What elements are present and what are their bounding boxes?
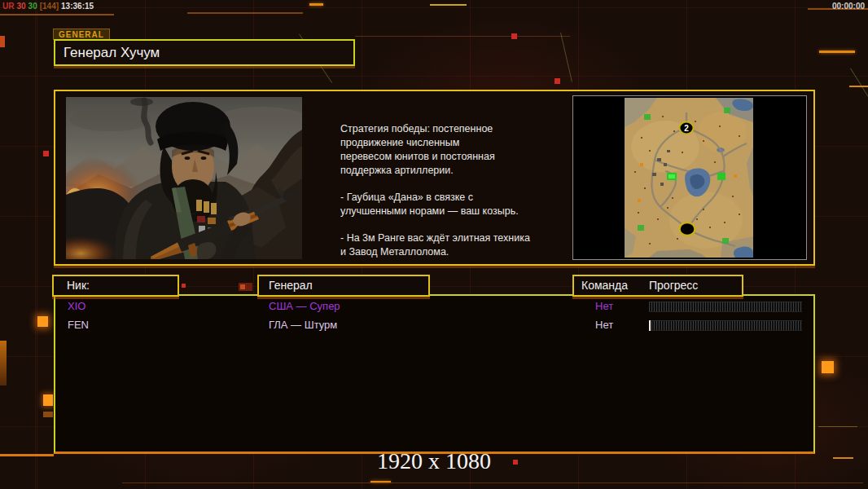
decor-line — [370, 481, 391, 482]
debug-stats: UR3030[144]13:36:15 — [2, 2, 96, 11]
decor-line — [819, 51, 855, 53]
decor-edge-bar — [0, 341, 7, 385]
general-portrait — [66, 97, 302, 259]
player-general: ГЛА — Штурм — [269, 319, 337, 331]
decor-line — [187, 12, 303, 14]
decor-line — [818, 426, 857, 427]
svg-text:2: 2 — [684, 124, 689, 133]
progress-bar — [649, 320, 802, 331]
debug-clock: 13:36:15 — [61, 2, 94, 11]
player-nick: FEN — [68, 319, 89, 331]
player-general: США — Супер — [269, 300, 340, 312]
header-nick-label: Ник: — [67, 276, 90, 295]
header-general-label: Генерал — [269, 276, 313, 295]
briefing-paragraph: - Гаубица «Дана» в связке с улучшенными … — [340, 191, 578, 218]
decor-line — [309, 3, 323, 6]
decor-line — [430, 4, 467, 6]
progress-bar — [649, 302, 802, 312]
decor-glow-square — [43, 394, 53, 406]
map-marker-bottom-icon — [680, 222, 695, 236]
header-nick: Ник: — [52, 275, 179, 297]
header-progress-label: Прогресс — [649, 276, 698, 295]
decor-square — [43, 412, 53, 417]
decor-edge-bar — [0, 36, 5, 47]
players-panel: XIO США — Супер Нет FEN ГЛА — Штурм Нет — [54, 294, 815, 454]
decor-square — [240, 284, 245, 289]
loading-screen: UR3030[144]13:36:15 00:00:00 GENERAL Ген… — [0, 0, 868, 489]
header-team-progress: Команда Прогресс — [572, 275, 743, 297]
header-team-label: Команда — [581, 276, 628, 295]
decor-line — [849, 86, 868, 87]
decor-diagonal — [850, 68, 868, 97]
minimap: 2 — [625, 98, 753, 258]
decor-glow-square — [37, 316, 48, 327]
briefing-paragraph: Стратегия победы: постепенное продвижени… — [340, 122, 578, 178]
player-team: Нет — [595, 300, 613, 312]
player-row: XIO США — Супер Нет — [55, 300, 813, 313]
decor-line — [355, 36, 570, 37]
briefing-panel: Стратегия победы: постепенное продвижени… — [54, 90, 815, 266]
briefing-text: Стратегия победы: постепенное продвижени… — [340, 122, 578, 272]
decor-square — [555, 78, 560, 84]
header-general: Генерал — [257, 275, 430, 297]
decor-line — [0, 14, 114, 15]
decor-diagonal — [560, 33, 572, 82]
decor-square — [43, 151, 49, 156]
match-timer: 00:00:00 — [832, 2, 865, 11]
resolution-label: 1920 x 1080 — [0, 448, 868, 474]
portrait-image — [66, 97, 302, 259]
decor-line — [122, 482, 863, 483]
general-title: Генерал Хучум — [55, 41, 353, 64]
debug-tag: UR — [2, 2, 14, 11]
general-title-box: Генерал Хучум — [54, 39, 355, 66]
player-row: FEN ГЛА — Штурм Нет — [55, 319, 813, 332]
player-team: Нет — [595, 319, 613, 331]
progress-cursor — [649, 320, 651, 331]
map-marker-top-icon: 2 — [680, 122, 694, 134]
tab-general[interactable]: GENERAL — [53, 29, 110, 40]
decor-square — [182, 284, 186, 288]
decor-square — [239, 283, 252, 291]
player-nick: XIO — [68, 300, 85, 312]
decor-square — [511, 33, 517, 39]
decor-glow-square — [822, 361, 834, 373]
briefing-paragraph: - На 3м Ранге вас ждёт элитная техника и… — [340, 231, 578, 259]
minimap-panel: 2 — [572, 95, 807, 260]
